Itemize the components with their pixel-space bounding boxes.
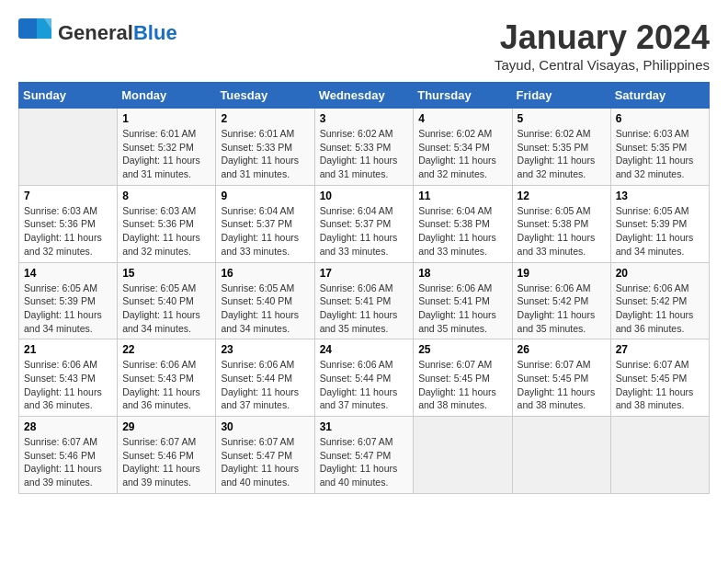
day-info: Sunrise: 6:05 AMSunset: 5:39 PMDaylight:… <box>616 204 704 259</box>
calendar-cell: 4Sunrise: 6:02 AMSunset: 5:34 PMDaylight… <box>414 109 512 186</box>
day-number: 11 <box>418 190 506 202</box>
calendar-cell: 7Sunrise: 6:03 AMSunset: 5:36 PMDaylight… <box>19 185 118 262</box>
day-number: 12 <box>518 190 606 202</box>
day-number: 28 <box>24 420 112 433</box>
calendar-cell: 28Sunrise: 6:07 AMSunset: 5:46 PMDayligh… <box>19 417 118 494</box>
calendar-cell: 20Sunrise: 6:06 AMSunset: 5:42 PMDayligh… <box>610 262 709 339</box>
day-info: Sunrise: 6:06 AMSunset: 5:43 PMDaylight:… <box>122 358 210 412</box>
day-of-week-header: Sunday <box>19 83 118 109</box>
day-info: Sunrise: 6:05 AMSunset: 5:39 PMDaylight:… <box>24 282 112 336</box>
day-info: Sunrise: 6:02 AMSunset: 5:33 PMDaylight:… <box>320 127 409 181</box>
day-info: Sunrise: 6:05 AMSunset: 5:38 PMDaylight:… <box>518 204 606 259</box>
logo-blue-text: Blue <box>133 21 177 44</box>
calendar-cell: 17Sunrise: 6:06 AMSunset: 5:41 PMDayligh… <box>314 262 414 339</box>
day-info: Sunrise: 6:07 AMSunset: 5:45 PMDaylight:… <box>518 358 606 412</box>
day-number: 8 <box>122 190 210 202</box>
calendar-cell: 29Sunrise: 6:07 AMSunset: 5:46 PMDayligh… <box>118 417 216 494</box>
calendar-cell: 3Sunrise: 6:02 AMSunset: 5:33 PMDaylight… <box>314 109 414 186</box>
calendar-cell: 2Sunrise: 6:01 AMSunset: 5:33 PMDaylight… <box>216 109 314 186</box>
day-number: 5 <box>518 112 606 125</box>
day-info: Sunrise: 6:07 AMSunset: 5:45 PMDaylight:… <box>418 358 506 412</box>
day-info: Sunrise: 6:01 AMSunset: 5:32 PMDaylight:… <box>122 127 210 181</box>
day-number: 19 <box>518 267 606 280</box>
location-text: Tayud, Central Visayas, Philippines <box>495 57 710 73</box>
day-number: 2 <box>221 112 309 125</box>
day-number: 7 <box>24 190 112 202</box>
calendar-cell: 31Sunrise: 6:07 AMSunset: 5:47 PMDayligh… <box>314 417 414 494</box>
logo: GeneralBlue <box>18 18 177 48</box>
calendar-cell <box>512 417 610 494</box>
calendar-cell: 16Sunrise: 6:05 AMSunset: 5:40 PMDayligh… <box>216 262 314 339</box>
day-number: 22 <box>122 343 210 356</box>
calendar-cell: 11Sunrise: 6:04 AMSunset: 5:38 PMDayligh… <box>414 185 512 262</box>
calendar-cell: 5Sunrise: 6:02 AMSunset: 5:35 PMDaylight… <box>512 109 610 186</box>
day-info: Sunrise: 6:05 AMSunset: 5:40 PMDaylight:… <box>122 282 210 336</box>
calendar-cell: 22Sunrise: 6:06 AMSunset: 5:43 PMDayligh… <box>118 339 216 417</box>
day-info: Sunrise: 6:06 AMSunset: 5:43 PMDaylight:… <box>24 358 112 412</box>
day-number: 1 <box>122 112 210 125</box>
day-info: Sunrise: 6:04 AMSunset: 5:38 PMDaylight:… <box>418 204 506 259</box>
day-info: Sunrise: 6:07 AMSunset: 5:47 PMDaylight:… <box>221 435 309 489</box>
calendar-cell: 13Sunrise: 6:05 AMSunset: 5:39 PMDayligh… <box>610 185 709 262</box>
day-number: 13 <box>616 190 704 202</box>
day-info: Sunrise: 6:06 AMSunset: 5:44 PMDaylight:… <box>221 358 309 412</box>
day-number: 18 <box>418 267 506 280</box>
day-info: Sunrise: 6:07 AMSunset: 5:46 PMDaylight:… <box>122 435 210 489</box>
day-number: 3 <box>320 112 409 125</box>
day-number: 17 <box>320 267 409 280</box>
calendar-cell: 26Sunrise: 6:07 AMSunset: 5:45 PMDayligh… <box>512 339 610 417</box>
calendar-cell <box>414 417 512 494</box>
day-number: 10 <box>320 190 409 202</box>
day-info: Sunrise: 6:03 AMSunset: 5:36 PMDaylight:… <box>24 204 112 259</box>
calendar-cell: 1Sunrise: 6:01 AMSunset: 5:32 PMDaylight… <box>118 109 216 186</box>
calendar-cell: 15Sunrise: 6:05 AMSunset: 5:40 PMDayligh… <box>118 262 216 339</box>
day-info: Sunrise: 6:06 AMSunset: 5:44 PMDaylight:… <box>320 358 409 412</box>
day-info: Sunrise: 6:04 AMSunset: 5:37 PMDaylight:… <box>320 204 409 259</box>
day-number: 15 <box>122 267 210 280</box>
day-number: 31 <box>320 420 409 433</box>
month-title: January 2024 <box>495 18 710 57</box>
day-number: 25 <box>418 343 506 356</box>
day-number: 6 <box>616 112 704 125</box>
day-number: 27 <box>616 343 704 356</box>
day-info: Sunrise: 6:01 AMSunset: 5:33 PMDaylight:… <box>221 127 309 181</box>
day-info: Sunrise: 6:06 AMSunset: 5:41 PMDaylight:… <box>418 282 506 336</box>
day-info: Sunrise: 6:03 AMSunset: 5:36 PMDaylight:… <box>122 204 210 259</box>
day-of-week-header: Monday <box>118 83 216 109</box>
day-number: 30 <box>221 420 309 433</box>
title-section: January 2024 Tayud, Central Visayas, Phi… <box>495 18 710 73</box>
day-number: 24 <box>320 343 409 356</box>
logo-general-text: General <box>58 21 133 44</box>
day-of-week-header: Tuesday <box>216 83 314 109</box>
calendar-cell: 21Sunrise: 6:06 AMSunset: 5:43 PMDayligh… <box>19 339 118 417</box>
calendar-cell: 24Sunrise: 6:06 AMSunset: 5:44 PMDayligh… <box>314 339 414 417</box>
day-of-week-header: Saturday <box>610 83 709 109</box>
calendar-cell <box>19 109 118 186</box>
calendar-cell: 27Sunrise: 6:07 AMSunset: 5:45 PMDayligh… <box>610 339 709 417</box>
calendar-table: SundayMondayTuesdayWednesdayThursdayFrid… <box>18 82 710 494</box>
day-info: Sunrise: 6:07 AMSunset: 5:47 PMDaylight:… <box>320 435 409 489</box>
day-info: Sunrise: 6:07 AMSunset: 5:46 PMDaylight:… <box>24 435 112 489</box>
day-number: 16 <box>221 267 309 280</box>
calendar-cell: 8Sunrise: 6:03 AMSunset: 5:36 PMDaylight… <box>118 185 216 262</box>
page-header: GeneralBlue January 2024 Tayud, Central … <box>18 18 710 73</box>
calendar-cell: 23Sunrise: 6:06 AMSunset: 5:44 PMDayligh… <box>216 339 314 417</box>
day-number: 4 <box>418 112 506 125</box>
day-number: 21 <box>24 343 112 356</box>
calendar-cell: 25Sunrise: 6:07 AMSunset: 5:45 PMDayligh… <box>414 339 512 417</box>
day-info: Sunrise: 6:07 AMSunset: 5:45 PMDaylight:… <box>616 358 704 412</box>
calendar-cell <box>610 417 709 494</box>
calendar-cell: 19Sunrise: 6:06 AMSunset: 5:42 PMDayligh… <box>512 262 610 339</box>
day-info: Sunrise: 6:03 AMSunset: 5:35 PMDaylight:… <box>616 127 704 181</box>
calendar-cell: 12Sunrise: 6:05 AMSunset: 5:38 PMDayligh… <box>512 185 610 262</box>
day-number: 9 <box>221 190 309 202</box>
calendar-cell: 18Sunrise: 6:06 AMSunset: 5:41 PMDayligh… <box>414 262 512 339</box>
calendar-cell: 9Sunrise: 6:04 AMSunset: 5:37 PMDaylight… <box>216 185 314 262</box>
calendar-cell: 10Sunrise: 6:04 AMSunset: 5:37 PMDayligh… <box>314 185 414 262</box>
day-info: Sunrise: 6:06 AMSunset: 5:42 PMDaylight:… <box>518 282 606 336</box>
day-info: Sunrise: 6:02 AMSunset: 5:34 PMDaylight:… <box>418 127 506 181</box>
calendar-cell: 30Sunrise: 6:07 AMSunset: 5:47 PMDayligh… <box>216 417 314 494</box>
day-number: 23 <box>221 343 309 356</box>
day-number: 14 <box>24 267 112 280</box>
logo-icon <box>18 18 51 48</box>
